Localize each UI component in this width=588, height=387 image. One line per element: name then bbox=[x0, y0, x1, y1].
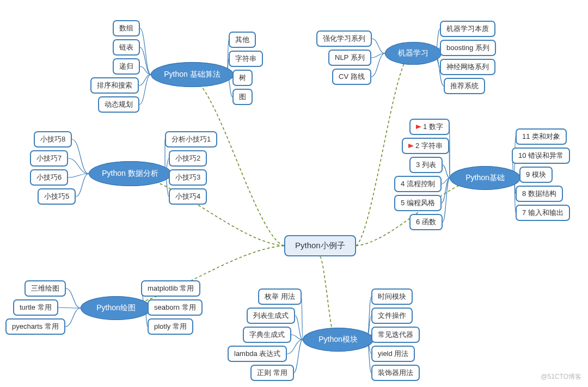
leaf-plot_r-1[interactable]: seaborn 常用 bbox=[148, 299, 203, 316]
leaf-label: 7 输入和输出 bbox=[522, 208, 564, 217]
leaf-module_r-1[interactable]: 文件操作 bbox=[371, 308, 413, 324]
leaf-data_r-2[interactable]: 小技巧3 bbox=[169, 169, 207, 186]
leaf-ml_r-1[interactable]: boosting 系列 bbox=[440, 40, 496, 56]
leaf-plot_r-2[interactable]: plotly 常用 bbox=[148, 318, 193, 335]
leaf-basic_l-2[interactable]: 3 列表 bbox=[409, 157, 443, 173]
leaf-basic_l-5[interactable]: 6 函数 bbox=[409, 214, 443, 230]
hub-plot[interactable]: Python绘图 bbox=[81, 296, 151, 320]
hub-basic[interactable]: Python基础 bbox=[450, 166, 520, 190]
leaf-basic_r-4[interactable]: 7 输入和输出 bbox=[516, 205, 570, 221]
leaf-basic_r-2[interactable]: 9 模块 bbox=[519, 167, 553, 183]
leaf-basic_l-4[interactable]: 5 编程风格 bbox=[394, 195, 442, 211]
leaf-data_l-0[interactable]: 小技巧8 bbox=[34, 131, 72, 148]
leaf-plot_l-2[interactable]: pyecharts 常用 bbox=[5, 318, 65, 335]
leaf-label: 10 错误和异常 bbox=[518, 151, 564, 159]
leaf-label: 链表 bbox=[119, 43, 133, 51]
leaf-module_r-4[interactable]: 装饰器用法 bbox=[371, 365, 420, 381]
hub-module[interactable]: Python模块 bbox=[303, 328, 373, 352]
leaf-label: 小技巧2 bbox=[175, 154, 200, 162]
leaf-algo_l-3[interactable]: 排序和搜索 bbox=[90, 77, 139, 94]
leaf-label: 常见迭代器 bbox=[378, 330, 413, 339]
leaf-label: yield 用法 bbox=[378, 349, 408, 358]
leaf-label: 数组 bbox=[119, 24, 133, 32]
leaf-label: turtle 常用 bbox=[20, 303, 52, 311]
leaf-label: 小技巧3 bbox=[175, 173, 200, 181]
leaf-label: 文件操作 bbox=[378, 311, 406, 320]
leaf-basic_l-1[interactable]: 2 字符串 bbox=[402, 138, 449, 154]
leaf-label: 字典生成式 bbox=[249, 330, 285, 339]
leaf-data_l-2[interactable]: 小技巧6 bbox=[30, 169, 68, 186]
leaf-algo_l-2[interactable]: 递归 bbox=[113, 58, 140, 75]
leaf-label: NLP 系列 bbox=[335, 53, 365, 62]
leaf-label: 小技巧5 bbox=[44, 192, 69, 200]
connector-layer bbox=[0, 0, 588, 387]
flag-icon bbox=[416, 125, 421, 129]
leaf-data_r-0[interactable]: 分析小技巧1 bbox=[165, 131, 217, 148]
leaf-label: 分析小技巧1 bbox=[171, 135, 211, 143]
leaf-algo_r-3[interactable]: 图 bbox=[232, 89, 253, 105]
leaf-label: 树 bbox=[239, 73, 246, 82]
leaf-label: 装饰器用法 bbox=[378, 368, 413, 377]
leaf-label: 图 bbox=[239, 93, 246, 101]
leaf-label: seaborn 常用 bbox=[154, 303, 196, 311]
leaf-algo_l-4[interactable]: 动态规划 bbox=[98, 96, 139, 113]
flag-icon bbox=[408, 144, 414, 148]
leaf-label: 机器学习本质 bbox=[446, 24, 489, 33]
leaf-module_l-1[interactable]: 列表生成式 bbox=[247, 308, 295, 324]
leaf-ml_r-0[interactable]: 机器学习本质 bbox=[440, 21, 495, 37]
leaf-ml_r-2[interactable]: 神经网络系列 bbox=[440, 59, 495, 75]
leaf-ml_l-2[interactable]: CV 路线 bbox=[332, 69, 371, 85]
leaf-label: 正则 常用 bbox=[257, 368, 287, 377]
leaf-label: 列表生成式 bbox=[253, 311, 289, 320]
leaf-plot_r-0[interactable]: matplotlib 常用 bbox=[141, 280, 200, 297]
leaf-ml_l-0[interactable]: 强化学习系列 bbox=[316, 30, 372, 47]
leaf-label: plotly 常用 bbox=[154, 322, 187, 330]
hub-ml[interactable]: 机器学习 bbox=[385, 42, 442, 65]
leaf-ml_l-1[interactable]: NLP 系列 bbox=[328, 50, 371, 66]
leaf-data_r-1[interactable]: 小技巧2 bbox=[169, 150, 207, 167]
leaf-module_l-0[interactable]: 枚举 用法 bbox=[258, 288, 302, 305]
leaf-label: 2 字符串 bbox=[415, 142, 443, 150]
leaf-data_l-3[interactable]: 小技巧5 bbox=[38, 188, 76, 205]
watermark-text: @51CTO博客 bbox=[541, 372, 581, 382]
leaf-module_l-4[interactable]: 正则 常用 bbox=[250, 365, 294, 381]
leaf-data_r-3[interactable]: 小技巧4 bbox=[169, 188, 207, 205]
leaf-algo_l-0[interactable]: 数组 bbox=[113, 20, 140, 36]
leaf-module_r-0[interactable]: 时间模块 bbox=[371, 288, 413, 305]
root-node[interactable]: Python小例子 bbox=[284, 235, 356, 256]
leaf-module_l-3[interactable]: lambda 表达式 bbox=[228, 346, 287, 362]
leaf-plot_l-0[interactable]: 三维绘图 bbox=[24, 280, 66, 297]
leaf-basic_r-0[interactable]: 11 类和对象 bbox=[516, 128, 567, 145]
leaf-module_l-2[interactable]: 字典生成式 bbox=[243, 327, 291, 343]
leaf-basic_l-0[interactable]: 1 数字 bbox=[409, 119, 450, 135]
leaf-label: 小技巧6 bbox=[36, 173, 62, 181]
hub-data[interactable]: Python 数据分析 bbox=[89, 161, 171, 186]
leaf-label: 小技巧8 bbox=[40, 135, 65, 143]
leaf-label: pyecharts 常用 bbox=[12, 322, 59, 330]
leaf-label: 9 模块 bbox=[526, 170, 546, 179]
leaf-label: 1 数字 bbox=[423, 122, 443, 131]
leaf-module_r-2[interactable]: 常见迭代器 bbox=[371, 327, 420, 343]
leaf-label: 小技巧4 bbox=[175, 192, 200, 200]
leaf-module_r-3[interactable]: yield 用法 bbox=[371, 346, 415, 362]
leaf-label: 4 流程控制 bbox=[401, 180, 435, 188]
leaf-algo_r-1[interactable]: 字符串 bbox=[229, 51, 263, 67]
leaf-basic_l-3[interactable]: 4 流程控制 bbox=[394, 176, 442, 192]
leaf-data_l-1[interactable]: 小技巧7 bbox=[30, 150, 68, 167]
hub-algo[interactable]: Python 基础算法 bbox=[151, 62, 234, 87]
leaf-basic_r-3[interactable]: 8 数据结构 bbox=[516, 186, 563, 202]
leaf-algo_l-1[interactable]: 链表 bbox=[113, 39, 140, 56]
leaf-ml_r-3[interactable]: 推荐系统 bbox=[444, 78, 485, 94]
leaf-plot_l-1[interactable]: turtle 常用 bbox=[13, 299, 58, 316]
leaf-label: matplotlib 常用 bbox=[148, 284, 194, 292]
leaf-label: 小技巧7 bbox=[36, 154, 62, 162]
leaf-algo_r-0[interactable]: 其他 bbox=[229, 32, 256, 48]
leaf-label: 三维绘图 bbox=[31, 284, 59, 292]
leaf-algo_r-2[interactable]: 树 bbox=[232, 70, 253, 86]
leaf-label: 时间模块 bbox=[378, 292, 406, 300]
leaf-basic_r-1[interactable]: 10 错误和异常 bbox=[512, 148, 570, 164]
leaf-label: 8 数据结构 bbox=[522, 189, 556, 198]
leaf-label: 5 编程风格 bbox=[401, 199, 435, 207]
leaf-label: 强化学习系列 bbox=[323, 34, 365, 42]
leaf-label: 6 函数 bbox=[416, 218, 436, 226]
